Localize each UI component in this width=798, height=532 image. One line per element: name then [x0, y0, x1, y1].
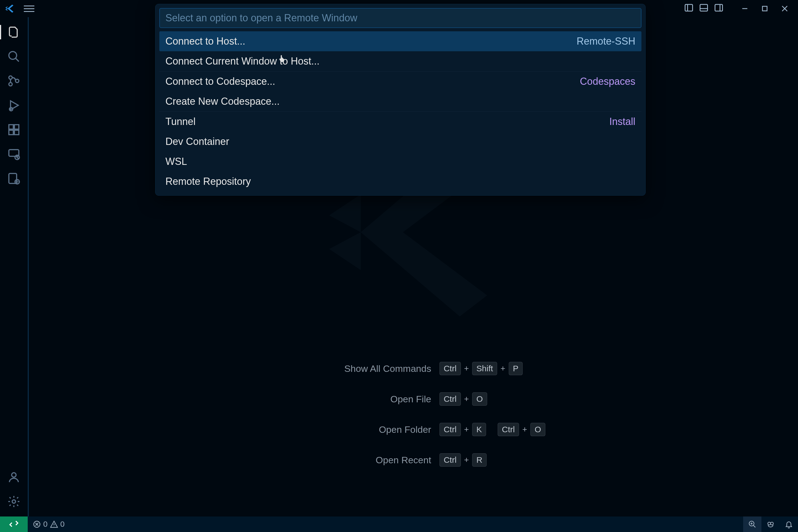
plus-icon: + [522, 425, 527, 434]
activity-bar-indicator [0, 25, 1, 39]
quickpick-item-connect-codespace[interactable]: Connect to Codespace... Codespaces [159, 72, 642, 92]
cpp-config-icon[interactable] [7, 171, 21, 186]
quickpick-item-label: Dev Container [166, 136, 635, 147]
svg-line-33 [754, 525, 756, 528]
keycap: Ctrl [439, 392, 461, 406]
editor-layout-buttons [684, 3, 724, 15]
svg-point-13 [9, 82, 12, 86]
welcome-shortcuts: Show All Commands Ctrl + Shift + P Open … [282, 362, 545, 467]
remote-window-quickpick: Connect to Host... Remote-SSH Connect Cu… [155, 4, 646, 196]
toggle-secondary-sidebar-icon[interactable] [714, 3, 724, 15]
activity-bar [0, 17, 28, 516]
shortcut-label: Open File [282, 394, 431, 405]
shortcut-keys: Ctrl + Shift + P [439, 362, 522, 375]
svg-point-37 [771, 522, 773, 525]
status-errors-count: 0 [43, 520, 48, 529]
shortcut-show-all-commands: Show All Commands Ctrl + Shift + P [282, 362, 545, 375]
remote-explorer-icon[interactable] [7, 147, 21, 161]
remote-window-button[interactable] [0, 516, 28, 532]
plus-icon: + [464, 455, 469, 465]
plus-icon: + [464, 425, 469, 434]
hamburger-menu-icon[interactable] [24, 5, 34, 12]
keycap: P [509, 362, 522, 375]
quickpick-item-dev-container[interactable]: Dev Container [159, 132, 642, 152]
toggle-primary-sidebar-icon[interactable] [684, 3, 694, 15]
search-icon[interactable] [7, 49, 21, 64]
quickpick-item-detail: Remote-SSH [576, 36, 635, 47]
shortcut-label: Show All Commands [282, 363, 431, 374]
window-minimize-button[interactable] [735, 0, 755, 17]
quickpick-item-remote-repository[interactable]: Remote Repository [159, 172, 642, 191]
status-copilot-icon[interactable] [761, 516, 780, 532]
quickpick-item-label: Tunnel [166, 116, 609, 128]
shortcut-keys: Ctrl + R [439, 453, 487, 467]
status-zoom-icon[interactable] [743, 516, 761, 532]
shortcut-label: Open Recent [282, 454, 431, 466]
svg-point-26 [12, 500, 16, 503]
shortcut-open-folder: Open Folder Ctrl + K Ctrl + O [282, 423, 545, 436]
extensions-icon[interactable] [7, 122, 21, 137]
svg-rect-4 [715, 4, 723, 11]
shortcut-label: Open Folder [282, 424, 431, 435]
shortcut-open-recent: Open Recent Ctrl + R [282, 453, 545, 467]
quickpick-item-tunnel[interactable]: Tunnel Install [159, 112, 642, 132]
svg-point-10 [9, 52, 17, 59]
status-notifications-icon[interactable] [780, 516, 798, 532]
keycap: Ctrl [498, 423, 519, 436]
quickpick-item-detail: Install [609, 116, 635, 128]
keycap: Shift [472, 362, 497, 375]
quickpick-item-label: Remote Repository [166, 176, 635, 187]
plus-icon: + [500, 364, 506, 373]
status-warnings-count: 0 [60, 520, 65, 529]
status-problems[interactable]: 0 0 [28, 516, 70, 532]
svg-rect-19 [14, 130, 19, 135]
vscode-logo-icon [5, 4, 15, 14]
quickpick-item-create-codespace[interactable]: Create New Codespace... [159, 92, 642, 111]
toggle-panel-icon[interactable] [699, 3, 709, 15]
run-and-debug-icon[interactable] [7, 98, 21, 113]
svg-rect-0 [685, 4, 693, 11]
svg-rect-17 [14, 125, 19, 129]
keycap: O [472, 392, 487, 406]
plus-icon: + [464, 364, 469, 373]
svg-point-36 [768, 522, 771, 525]
quickpick-list: Connect to Host... Remote-SSH Connect Cu… [159, 31, 642, 191]
source-control-icon[interactable] [7, 74, 21, 88]
quickpick-item-connect-current-window[interactable]: Connect Current Window to Host... [159, 51, 642, 71]
quickpick-item-label: Connect to Host... [166, 36, 576, 47]
shortcut-open-file: Open File Ctrl + O [282, 392, 545, 406]
quickpick-item-label: Connect to Codespace... [166, 76, 580, 87]
quickpick-item-detail: Codespaces [580, 76, 635, 87]
svg-rect-2 [700, 4, 708, 11]
svg-rect-16 [9, 125, 13, 129]
keycap: O [531, 423, 545, 436]
keycap: Ctrl [439, 453, 461, 467]
keycap: K [472, 423, 486, 436]
svg-point-12 [9, 76, 12, 79]
quickpick-item-label: Create New Codespace... [166, 96, 635, 107]
explorer-icon[interactable] [7, 25, 21, 39]
status-bar: 0 0 [0, 516, 798, 532]
quickpick-input[interactable] [159, 8, 642, 28]
svg-rect-18 [9, 130, 13, 135]
plus-icon: + [464, 394, 469, 404]
window-close-button[interactable] [775, 0, 795, 17]
quickpick-item-connect-to-host[interactable]: Connect to Host... Remote-SSH [159, 31, 642, 51]
keycap: Ctrl [439, 362, 461, 375]
quickpick-item-label: WSL [166, 156, 635, 167]
settings-gear-icon[interactable] [7, 494, 21, 509]
window-maximize-button[interactable] [755, 0, 775, 17]
accounts-icon[interactable] [7, 470, 21, 484]
keycap: Ctrl [439, 423, 461, 436]
shortcut-keys: Ctrl + K Ctrl + O [439, 423, 545, 436]
svg-point-25 [12, 473, 16, 477]
svg-line-11 [16, 58, 19, 61]
quickpick-item-wsl[interactable]: WSL [159, 152, 642, 172]
keycap: R [472, 453, 487, 467]
svg-rect-7 [762, 6, 767, 11]
shortcut-keys: Ctrl + O [439, 392, 487, 406]
quickpick-item-label: Connect Current Window to Host... [166, 55, 635, 67]
